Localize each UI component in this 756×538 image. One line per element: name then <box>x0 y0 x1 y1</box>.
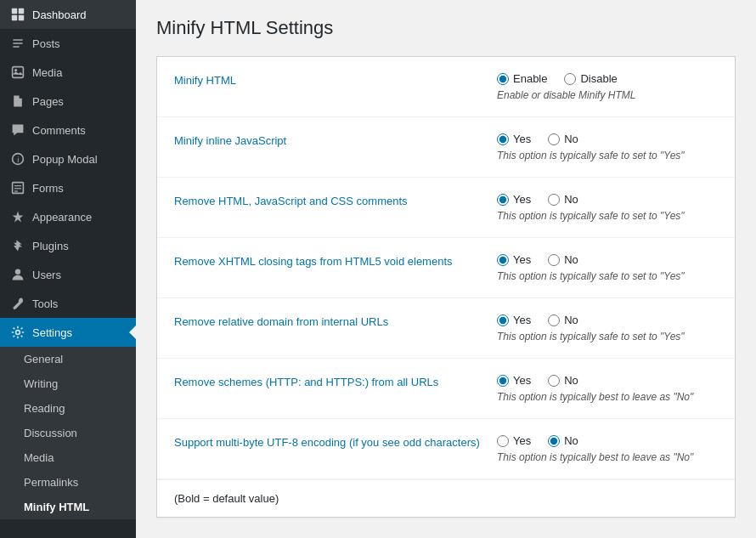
sidebar-item-label: Tools <box>32 297 58 310</box>
setting-label-remove-schemes: Remove schemes (HTTP: and HTTPS:) from a… <box>174 374 497 388</box>
sidebar-item-dashboard[interactable]: Dashboard <box>0 0 136 29</box>
help-text-remove-schemes: This option is typically best to leave a… <box>497 391 718 403</box>
radio-yes-inline-js-label: Yes <box>513 133 531 145</box>
sidebar-item-label: Popup Modal <box>32 153 98 166</box>
radio-no-inline-js[interactable]: No <box>548 133 578 145</box>
sidebar-item-label: Plugins <box>32 240 69 252</box>
radio-group-minify-html: Enable Disable <box>497 72 718 85</box>
setting-row-remove-xhtml: Remove XHTML closing tags from HTML5 voi… <box>157 238 735 298</box>
submenu-item-media[interactable]: Media <box>0 445 136 470</box>
forms-icon <box>10 180 25 195</box>
sidebar-item-label: Forms <box>32 182 64 195</box>
radio-yes-remove-relative-domain[interactable]: Yes <box>497 314 531 326</box>
setting-label-multibyte-utf8: Support multi-byte UTF-8 encoding (if yo… <box>174 434 497 449</box>
media-icon <box>10 65 25 80</box>
sidebar-item-appearance[interactable]: Appearance <box>0 202 136 231</box>
radio-no-remove-schemes-label: No <box>564 374 578 387</box>
sidebar-item-popup-modal[interactable]: i Popup Modal <box>0 144 136 173</box>
radio-no-remove-relative-domain[interactable]: No <box>548 314 578 326</box>
setting-row-remove-comments: Remove HTML, JavaScript and CSS comments… <box>157 178 735 238</box>
sidebar-item-users[interactable]: Users <box>0 260 136 289</box>
sidebar-item-plugins[interactable]: Plugins <box>0 231 136 260</box>
sidebar-item-comments[interactable]: Comments <box>0 116 136 144</box>
setting-label-remove-relative-domain: Remove relative domain from internal URL… <box>174 314 497 328</box>
popup-icon: i <box>10 151 25 167</box>
settings-submenu: General Writing Reading Discussion Media… <box>0 347 136 519</box>
radio-no-remove-relative-domain-label: No <box>564 314 578 326</box>
settings-icon <box>10 325 25 340</box>
sidebar-item-label: Settings <box>32 326 72 339</box>
help-text-minify-html: Enable or disable Minify HTML <box>497 89 718 101</box>
sidebar: Dashboard Posts Media Pages Comments i P… <box>0 0 136 538</box>
setting-control-remove-schemes: Yes No This option is typically best to … <box>497 374 718 403</box>
sidebar-item-label: Appearance <box>32 211 92 224</box>
radio-no-remove-comments[interactable]: No <box>548 193 578 206</box>
radio-yes-remove-comments[interactable]: Yes <box>497 193 531 206</box>
sidebar-item-label: Pages <box>32 95 64 108</box>
submenu-item-discussion[interactable]: Discussion <box>0 421 136 445</box>
svg-point-12 <box>15 269 20 275</box>
svg-rect-4 <box>13 67 24 78</box>
radio-yes-remove-schemes[interactable]: Yes <box>497 374 531 387</box>
submenu-item-general[interactable]: General <box>0 347 136 371</box>
setting-control-remove-relative-domain: Yes No This option is typically safe to … <box>497 314 718 343</box>
radio-yes-multibyte-utf8[interactable]: Yes <box>497 434 531 447</box>
setting-row-multibyte-utf8: Support multi-byte UTF-8 encoding (if yo… <box>157 419 735 479</box>
comments-icon <box>10 122 25 138</box>
sidebar-item-label: Comments <box>32 124 86 137</box>
radio-yes-remove-xhtml[interactable]: Yes <box>497 253 531 266</box>
radio-group-remove-relative-domain: Yes No <box>497 314 718 326</box>
setting-control-multibyte-utf8: Yes No This option is typically best to … <box>497 434 718 463</box>
radio-disable-label: Disable <box>580 72 617 85</box>
setting-control-remove-xhtml: Yes No This option is typically safe to … <box>497 253 718 282</box>
sidebar-item-tools[interactable]: Tools <box>0 289 136 318</box>
setting-label-minify-html: Minify HTML <box>174 72 497 87</box>
radio-no-remove-comments-label: No <box>564 193 578 206</box>
radio-disable[interactable]: Disable <box>564 72 617 85</box>
svg-text:i: i <box>17 155 19 164</box>
sidebar-item-label: Media <box>32 66 62 79</box>
radio-no-remove-schemes[interactable]: No <box>548 374 578 387</box>
radio-yes-remove-comments-label: Yes <box>513 193 531 206</box>
radio-group-multibyte-utf8: Yes No <box>497 434 718 447</box>
setting-label-minify-inline-js: Minify inline JavaScript <box>174 133 497 147</box>
radio-no-remove-xhtml[interactable]: No <box>548 253 578 266</box>
sidebar-item-label: Dashboard <box>32 8 87 21</box>
sidebar-item-settings[interactable]: Settings <box>0 318 136 347</box>
sidebar-item-forms[interactable]: Forms <box>0 173 136 202</box>
svg-point-5 <box>14 69 17 71</box>
submenu-item-reading[interactable]: Reading <box>0 396 136 421</box>
appearance-icon <box>10 209 25 224</box>
radio-no-remove-xhtml-label: No <box>564 253 578 266</box>
submenu-item-permalinks[interactable]: Permalinks <box>0 470 136 495</box>
sidebar-item-posts[interactable]: Posts <box>0 29 136 58</box>
settings-section: Minify HTML Enable Disable Enable or dis… <box>156 56 736 518</box>
radio-no-multibyte-utf8-label: No <box>564 434 578 447</box>
radio-yes-inline-js[interactable]: Yes <box>497 133 531 145</box>
pages-icon <box>10 93 25 109</box>
setting-row-minify-inline-js: Minify inline JavaScript Yes No This opt… <box>157 117 735 178</box>
setting-control-remove-comments: Yes No This option is typically safe to … <box>497 193 718 222</box>
sidebar-item-pages[interactable]: Pages <box>0 87 136 116</box>
submenu-item-minify-html[interactable]: Minify HTML <box>0 495 136 519</box>
footer-note: (Bold = default value) <box>157 479 735 517</box>
radio-yes-remove-xhtml-label: Yes <box>513 253 531 266</box>
help-text-remove-relative-domain: This option is typically safe to set to … <box>497 331 718 343</box>
page-title: Minify HTML Settings <box>156 17 736 39</box>
setting-row-minify-html: Minify HTML Enable Disable Enable or dis… <box>157 57 735 117</box>
setting-row-remove-schemes: Remove schemes (HTTP: and HTTPS:) from a… <box>157 359 735 419</box>
posts-icon <box>10 36 25 51</box>
radio-group-remove-xhtml: Yes No <box>497 253 718 266</box>
radio-no-multibyte-utf8[interactable]: No <box>548 434 578 447</box>
radio-yes-remove-relative-domain-label: Yes <box>513 314 531 326</box>
tools-icon <box>10 296 25 311</box>
sidebar-item-label: Users <box>32 269 61 281</box>
svg-rect-3 <box>19 15 24 20</box>
sidebar-item-media[interactable]: Media <box>0 58 136 87</box>
submenu-item-writing[interactable]: Writing <box>0 371 136 396</box>
main-content: Minify HTML Settings Minify HTML Enable … <box>136 0 756 538</box>
setting-label-remove-comments: Remove HTML, JavaScript and CSS comments <box>174 193 497 207</box>
setting-control-minify-inline-js: Yes No This option is typically safe to … <box>497 133 718 161</box>
setting-control-minify-html: Enable Disable Enable or disable Minify … <box>497 72 718 101</box>
radio-enable[interactable]: Enable <box>497 72 547 85</box>
